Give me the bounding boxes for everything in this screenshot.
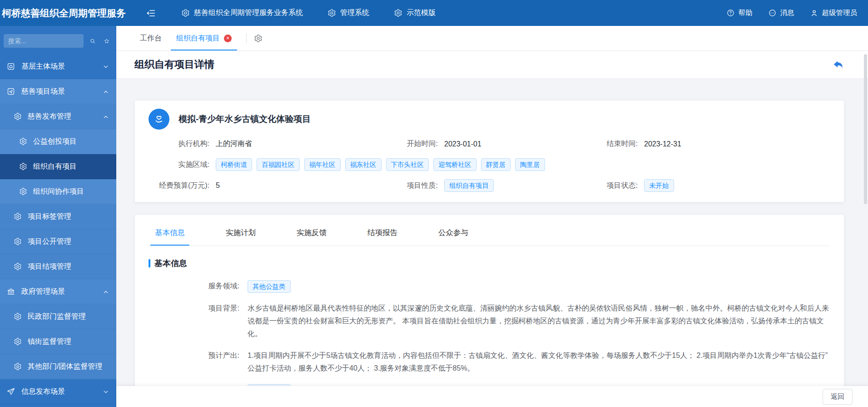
help-icon bbox=[726, 9, 735, 17]
section-title: 基本信息 bbox=[154, 258, 187, 269]
nature-label: 项目性质: bbox=[401, 181, 438, 191]
sidebar-item-4[interactable]: 组织自有项目 bbox=[0, 154, 116, 179]
sidebar-item-11[interactable]: 镇街监督管理 bbox=[0, 329, 116, 354]
sidebar-item-3[interactable]: 公益创投项目 bbox=[0, 129, 116, 154]
bank-icon bbox=[6, 287, 15, 296]
page-header: 组织自有项目详情 bbox=[116, 51, 868, 79]
background-label: 项目背景: bbox=[149, 302, 239, 315]
sidebar-item-1[interactable]: 慈善项目场景 bbox=[0, 79, 116, 104]
tab-implementation-feedback[interactable]: 实施反馈 bbox=[292, 220, 331, 246]
budget-label: 经费预算(万元): bbox=[149, 181, 209, 191]
user-icon bbox=[810, 9, 818, 17]
favorite-star-icon[interactable] bbox=[104, 37, 110, 45]
page-footer: 返回 bbox=[116, 386, 868, 407]
region-tag-0: 柯桥街道 bbox=[216, 158, 252, 171]
messages-button[interactable]: 消息 bbox=[768, 8, 794, 18]
return-button[interactable]: 返回 bbox=[823, 389, 853, 405]
send-icon bbox=[6, 87, 15, 96]
expected-output-row: 预计产出: 1.项目周期内开展不少于5场古镇文化教育活动，内容包括但不限于：古镇… bbox=[149, 349, 830, 375]
gear-icon bbox=[14, 312, 22, 321]
sidebar-item-2[interactable]: 慈善发布管理 bbox=[0, 104, 116, 129]
budget-value: 5 bbox=[216, 181, 220, 190]
tab-options-gear-icon[interactable] bbox=[254, 34, 263, 42]
tab-basic-info[interactable]: 基本信息 bbox=[150, 220, 189, 246]
cube-icon bbox=[6, 62, 15, 71]
gear-icon bbox=[19, 162, 27, 171]
region-tag-2: 福年社区 bbox=[304, 158, 341, 171]
project-header: 模拟-青少年水乡古镇文化体验项目 bbox=[149, 109, 830, 130]
sidebar-item-7[interactable]: 项目公开管理 bbox=[0, 229, 116, 254]
gear-icon bbox=[327, 9, 336, 17]
search-icon[interactable] bbox=[89, 37, 96, 45]
sidebar-item-14[interactable]: 社会参与场景 bbox=[0, 404, 116, 407]
search-input[interactable] bbox=[4, 34, 84, 48]
chevron-up-icon bbox=[103, 287, 109, 296]
executing-org-value: 上的河南省 bbox=[216, 139, 252, 149]
region-tag-5: 迎驾桥社区 bbox=[433, 158, 476, 171]
project-summary-card: 模拟-青少年水乡古镇文化体验项目 执行机构: 上的河南省 开始时间: 2023-… bbox=[134, 100, 844, 202]
project-info-row-3: 经费预算(万元): 5 项目性质: 组织自有项目 项目状态: 未开始 bbox=[149, 179, 830, 192]
gear-icon bbox=[14, 362, 22, 371]
user-menu[interactable]: 超级管理员 bbox=[810, 8, 858, 18]
executing-org-label: 执行机构: bbox=[149, 139, 209, 149]
project-info-row-1: 执行机构: 上的河南省 开始时间: 2023-01-01 结束时间: 2023-… bbox=[149, 138, 830, 150]
nature-tag: 组织自有项目 bbox=[444, 179, 494, 192]
region-tags: 柯桥街道百福园社区福年社区福东社区下市头社区迎驾桥社区群贤居陶里居 bbox=[216, 158, 545, 171]
region-tag-3: 福东社区 bbox=[345, 158, 382, 171]
basic-info-fields: 服务领域: 其他公益类 项目背景: 水乡古镇是柯桥地区最具代表性特征的地区，以其… bbox=[149, 280, 830, 397]
scrollbar[interactable] bbox=[864, 54, 867, 204]
sidebar-item-0[interactable]: 基层主体场景 bbox=[0, 54, 116, 79]
chevron-up-icon bbox=[103, 112, 109, 121]
tab-public-participation[interactable]: 公众参与 bbox=[434, 220, 473, 246]
page-title: 组织自有项目详情 bbox=[134, 58, 214, 71]
topbar-nav-admin-system[interactable]: 管理系统 bbox=[327, 8, 369, 18]
tab-implementation-plan[interactable]: 实施计划 bbox=[221, 220, 260, 246]
message-icon bbox=[768, 9, 777, 17]
tab-workbench[interactable]: 工作台 bbox=[133, 26, 169, 50]
region-tag-1: 百福园社区 bbox=[257, 158, 300, 171]
main-area: 工作台 组织自有项目 × 组织自有项目详情 模拟-青少年水乡古镇文化 bbox=[116, 26, 868, 407]
sidebar: 基层主体场景慈善项目场景慈善发布管理公益创投项目组织自有项目组织间协作项目项目标… bbox=[0, 26, 116, 407]
gear-icon bbox=[394, 9, 402, 17]
back-arrow-icon[interactable] bbox=[832, 59, 844, 71]
topbar-nav-business-system[interactable]: 慈善组织全周期管理服务业务系统 bbox=[181, 8, 303, 18]
start-date-label: 开始时间: bbox=[401, 139, 438, 149]
project-charity-icon bbox=[149, 109, 169, 130]
service-area-tag: 其他公益类 bbox=[248, 280, 291, 293]
sidebar-item-8[interactable]: 项目结项管理 bbox=[0, 254, 116, 279]
plane-icon bbox=[6, 387, 15, 396]
start-date-value: 2023-01-01 bbox=[444, 140, 481, 148]
help-button[interactable]: 帮助 bbox=[726, 8, 753, 18]
status-label: 项目状态: bbox=[600, 181, 638, 191]
close-tab-icon[interactable]: × bbox=[224, 35, 232, 42]
sidebar-item-5[interactable]: 组织间协作项目 bbox=[0, 179, 116, 204]
sidebar-item-13[interactable]: 信息发布场景 bbox=[0, 379, 116, 404]
project-regions-row: 实施区域: 柯桥街道百福园社区福年社区福东社区下市头社区迎驾桥社区群贤居陶里居 bbox=[149, 158, 830, 171]
chevron-up-icon bbox=[103, 87, 109, 95]
topbar-nav-demo-template[interactable]: 示范模版 bbox=[394, 8, 436, 18]
section-header: 基本信息 bbox=[149, 258, 830, 269]
project-title: 模拟-青少年水乡古镇文化体验项目 bbox=[179, 113, 311, 125]
gear-icon bbox=[14, 112, 22, 121]
app-window: 柯桥慈善组织全周期管理服务 慈善组织全周期管理服务业务系统 管理系统 示范模版 … bbox=[0, 0, 868, 407]
sidebar-item-12[interactable]: 其他部门/团体监督管理 bbox=[0, 354, 116, 379]
gear-icon bbox=[181, 9, 190, 17]
tabbar-divider bbox=[246, 33, 247, 43]
tab-own-projects[interactable]: 组织自有项目 × bbox=[169, 26, 239, 50]
background-row: 项目背景: 水乡古镇是柯桥地区最具代表性特征的地区，以其深邃的历史文化底蕴、清丽… bbox=[149, 302, 830, 340]
gear-icon bbox=[19, 187, 27, 196]
sidebar-item-6[interactable]: 项目标签管理 bbox=[0, 204, 116, 229]
sidebar-item-10[interactable]: 民政部门监督管理 bbox=[0, 304, 116, 329]
topbar-nav: 慈善组织全周期管理服务业务系统 管理系统 示范模版 bbox=[181, 8, 436, 18]
sidebar-collapse-icon[interactable] bbox=[146, 8, 156, 18]
sidebar-item-9[interactable]: 政府管理场景 bbox=[0, 279, 116, 304]
topbar-right: 帮助 消息 超级管理员 bbox=[726, 8, 858, 18]
gear-icon bbox=[19, 137, 27, 146]
status-badge: 未开始 bbox=[644, 179, 674, 192]
tab-closing-report[interactable]: 结项报告 bbox=[363, 220, 402, 246]
regions-label: 实施区域: bbox=[149, 160, 209, 170]
detail-tabs: 基本信息 实施计划 实施反馈 结项报告 公众参与 bbox=[149, 215, 830, 246]
region-tag-4: 下市头社区 bbox=[386, 158, 429, 171]
region-tag-7: 陶里居 bbox=[515, 158, 545, 171]
gear-icon bbox=[14, 212, 22, 221]
